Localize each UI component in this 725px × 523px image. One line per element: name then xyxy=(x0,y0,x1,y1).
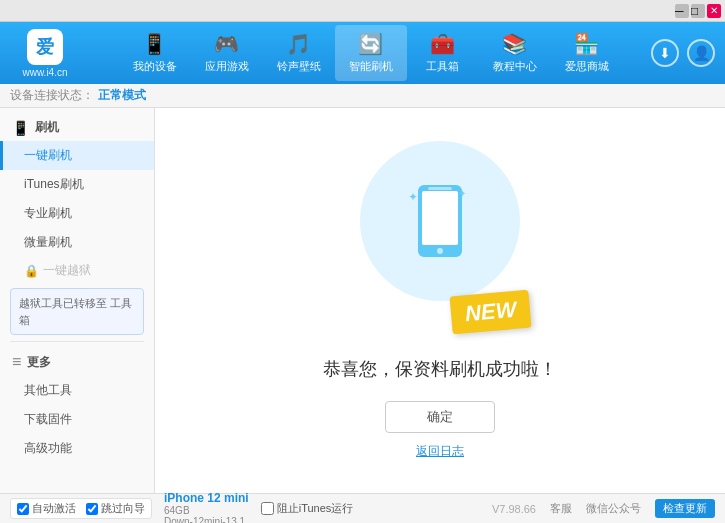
bottombar-left: 自动激活 跳过向导 iPhone 12 mini 64GB Down-12min… xyxy=(10,491,353,524)
device-storage: 64GB xyxy=(164,505,249,516)
nav-item-store[interactable]: 🏪 爱思商城 xyxy=(551,25,623,81)
smart-shop-icon: 🔄 xyxy=(358,32,383,56)
svg-rect-1 xyxy=(422,191,458,245)
svg-point-3 xyxy=(437,248,443,254)
sidebar-item-one-click-flash-label: 一键刷机 xyxy=(24,148,72,162)
store-icon: 🏪 xyxy=(574,32,599,56)
more-section-icon: ≡ xyxy=(12,353,21,371)
sidebar-divider xyxy=(10,341,144,342)
sidebar-item-micro-flash-label: 微量刷机 xyxy=(24,235,72,249)
nav-item-store-label: 爱思商城 xyxy=(565,59,609,74)
sidebar-other-tools-label: 其他工具 xyxy=(24,383,72,397)
content-area: ✦ ✦ NEW 恭喜您，保资料刷机成功啦！ 确定 返回日志 xyxy=(155,108,725,493)
svg-rect-2 xyxy=(428,187,452,190)
sidebar-item-advanced[interactable]: 高级功能 xyxy=(0,434,154,463)
status-label: 设备连接状态： xyxy=(10,87,94,104)
close-button[interactable]: ✕ xyxy=(707,4,721,18)
main-area: 📱 刷机 一键刷机 iTunes刷机 专业刷机 微量刷机 🔒 一键越狱 越狱工具… xyxy=(0,108,725,493)
nav-item-ringtones[interactable]: 🎵 铃声壁纸 xyxy=(263,25,335,81)
sidebar-item-other-tools[interactable]: 其他工具 xyxy=(0,376,154,405)
sidebar-disabled-label: 一键越狱 xyxy=(43,262,91,279)
download-button[interactable]: ⬇ xyxy=(651,39,679,67)
stop-itunes-checkbox[interactable] xyxy=(261,502,274,515)
nav-item-ringtones-label: 铃声壁纸 xyxy=(277,59,321,74)
nav-item-smart-shop-label: 智能刷机 xyxy=(349,59,393,74)
sidebar-item-pro-flash-label: 专业刷机 xyxy=(24,206,72,220)
sidebar-item-jailbreak-disabled: 🔒 一键越狱 xyxy=(0,257,154,284)
nav-item-tutorial-label: 教程中心 xyxy=(493,59,537,74)
confirm-button[interactable]: 确定 xyxy=(385,401,495,433)
sidebar-download-firmware-label: 下载固件 xyxy=(24,412,72,426)
nav-item-apps[interactable]: 🎮 应用游戏 xyxy=(191,25,263,81)
auto-activate-label: 自动激活 xyxy=(32,501,76,516)
sidebar-notice: 越狱工具已转移至 工具箱 xyxy=(10,288,144,335)
minimize-button[interactable]: ─ xyxy=(675,4,689,18)
nav-item-toolbox-label: 工具箱 xyxy=(426,59,459,74)
sidebar-section-more: ≡ 更多 xyxy=(0,348,154,376)
sidebar-section-flash: 📱 刷机 xyxy=(0,114,154,141)
wechat-link[interactable]: 微信公众号 xyxy=(586,501,641,516)
svg-text:✦: ✦ xyxy=(458,188,466,199)
svg-text:✦: ✦ xyxy=(408,190,418,204)
skip-wizard-checkbox[interactable] xyxy=(86,503,98,515)
update-button[interactable]: 检查更新 xyxy=(655,499,715,518)
navbar: 爱 www.i4.cn 📱 我的设备 🎮 应用游戏 🎵 铃声壁纸 🔄 智能刷机 … xyxy=(0,22,725,84)
status-value: 正常模式 xyxy=(98,87,146,104)
auto-activate-checkbox-label[interactable]: 自动激活 xyxy=(17,501,76,516)
bottombar: 自动激活 跳过向导 iPhone 12 mini 64GB Down-12min… xyxy=(0,493,725,523)
sidebar-item-itunes-flash[interactable]: iTunes刷机 xyxy=(0,170,154,199)
sidebar-item-itunes-flash-label: iTunes刷机 xyxy=(24,177,84,191)
statusbar: 设备连接状态： 正常模式 xyxy=(0,84,725,108)
phone-circle: ✦ ✦ xyxy=(360,141,520,301)
apps-icon: 🎮 xyxy=(214,32,239,56)
sidebar-item-pro-flash[interactable]: 专业刷机 xyxy=(0,199,154,228)
auto-activate-checkbox[interactable] xyxy=(17,503,29,515)
bottombar-checkboxes: 自动激活 跳过向导 xyxy=(10,498,152,519)
success-illustration: ✦ ✦ NEW xyxy=(340,141,540,341)
sidebar-section1-title: 刷机 xyxy=(35,119,59,136)
ringtones-icon: 🎵 xyxy=(286,32,311,56)
sidebar-notice-text: 越狱工具已转移至 工具箱 xyxy=(19,297,132,326)
logo-icon: 爱 xyxy=(27,29,63,65)
device-info-section: iPhone 12 mini 64GB Down-12mini-13,1 xyxy=(164,491,249,524)
sidebar-advanced-label: 高级功能 xyxy=(24,441,72,455)
confirm-button-label: 确定 xyxy=(427,408,453,426)
toolbox-icon: 🧰 xyxy=(430,32,455,56)
sidebar-item-one-click-flash[interactable]: 一键刷机 xyxy=(0,141,154,170)
sidebar-item-download-firmware[interactable]: 下载固件 xyxy=(0,405,154,434)
back-link[interactable]: 返回日志 xyxy=(416,443,464,460)
stop-itunes-label: 阻止iTunes运行 xyxy=(277,501,354,516)
sidebar: 📱 刷机 一键刷机 iTunes刷机 专业刷机 微量刷机 🔒 一键越狱 越狱工具… xyxy=(0,108,155,493)
tutorial-icon: 📚 xyxy=(502,32,527,56)
sidebar-item-micro-flash[interactable]: 微量刷机 xyxy=(0,228,154,257)
new-badge: NEW xyxy=(449,290,531,335)
maximize-button[interactable]: □ xyxy=(691,4,705,18)
stop-itunes-section: 阻止iTunes运行 xyxy=(261,501,354,516)
skip-wizard-checkbox-label[interactable]: 跳过向导 xyxy=(86,501,145,516)
nav-item-toolbox[interactable]: 🧰 工具箱 xyxy=(407,25,479,81)
lock-icon: 🔒 xyxy=(24,264,39,278)
user-button[interactable]: 👤 xyxy=(687,39,715,67)
success-message: 恭喜您，保资料刷机成功啦！ xyxy=(323,357,557,381)
titlebar: ─ □ ✕ xyxy=(0,0,725,22)
bottombar-right: V7.98.66 客服 微信公众号 检查更新 xyxy=(492,499,715,518)
nav-item-tutorial[interactable]: 📚 教程中心 xyxy=(479,25,551,81)
nav-logo[interactable]: 爱 www.i4.cn xyxy=(10,29,80,78)
version-label: V7.98.66 xyxy=(492,503,536,515)
sidebar-section2-title-label: 更多 xyxy=(27,354,51,371)
my-device-icon: 📱 xyxy=(142,32,167,56)
nav-item-my-device-label: 我的设备 xyxy=(133,59,177,74)
nav-item-my-device[interactable]: 📱 我的设备 xyxy=(119,25,191,81)
nav-items: 📱 我的设备 🎮 应用游戏 🎵 铃声壁纸 🔄 智能刷机 🧰 工具箱 📚 教程中心… xyxy=(90,25,651,81)
nav-item-apps-label: 应用游戏 xyxy=(205,59,249,74)
device-model: Down-12mini-13,1 xyxy=(164,516,249,524)
service-link[interactable]: 客服 xyxy=(550,501,572,516)
nav-right-buttons: ⬇ 👤 xyxy=(651,39,715,67)
logo-url: www.i4.cn xyxy=(22,67,67,78)
phone-svg: ✦ ✦ xyxy=(400,181,480,261)
nav-item-smart-shop[interactable]: 🔄 智能刷机 xyxy=(335,25,407,81)
flash-section-icon: 📱 xyxy=(12,120,29,136)
skip-wizard-label: 跳过向导 xyxy=(101,501,145,516)
